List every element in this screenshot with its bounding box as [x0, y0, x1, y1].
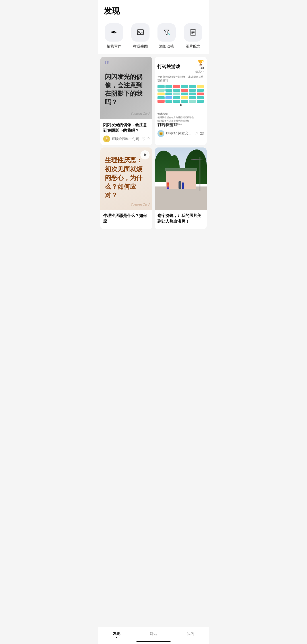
inst-text-3: 每击碎一个砖块可得10分 [157, 123, 204, 126]
card1-avatar: 🍦 [103, 136, 110, 142]
brick [181, 96, 188, 99]
card1-like-count: 0 [148, 137, 150, 141]
card4-body: 这个滤镜，让我的照片美到让人热血沸腾！ [155, 210, 207, 229]
brick-row-5 [157, 100, 204, 103]
brick-row-2 [157, 89, 204, 92]
home-indicator [136, 641, 171, 642]
nav-dialog[interactable]: 对话 [135, 631, 172, 638]
brick [197, 96, 204, 99]
card1-body: 闪闪发光的偶像，会注意到在阴影下的我吗？ 🍦 可以给我吃一勺吗 0 [100, 119, 152, 145]
card3-image-text: 生理性厌恶：初次见面就烦闷恶心，为什么？如何应对？ [105, 156, 148, 200]
card4-image [155, 147, 207, 210]
brick [173, 85, 180, 88]
card2-header: 打砖块游戏 🏆 30 最高分 [157, 60, 204, 74]
card2-game-title: 打砖块游戏 [157, 64, 180, 70]
nav-mine[interactable]: 我的 [172, 631, 209, 638]
brick-row-3 [157, 93, 204, 95]
brick [157, 100, 165, 103]
brick [189, 89, 196, 92]
brick [197, 100, 204, 103]
nav-discover[interactable]: 发现 [98, 631, 135, 638]
brick [181, 85, 188, 88]
brick [189, 96, 196, 99]
person-2 [182, 182, 184, 189]
card1-image-text: 闪闪发光的偶像，会注意到在阴影下的我吗？ [105, 73, 148, 106]
card2-avatar: 🐱 [157, 130, 164, 137]
brick [181, 89, 188, 92]
brick-grid [157, 84, 204, 108]
vending-machine [167, 182, 169, 189]
inst-text-2: 触摸设备可以直接滑动控制挡板 [157, 119, 204, 123]
card4-title: 这个滤镜，让我的照片美到让人热血沸腾！ [157, 213, 204, 224]
card-brick-game[interactable]: 打砖块游戏 🏆 30 最高分 使用鼠标或触摸控制挡板，击碎所有砖块获得胜利！ [155, 57, 207, 145]
card3-watermark: Yuewen Card [131, 203, 150, 206]
brick [197, 85, 204, 88]
brick [173, 100, 180, 103]
card3-title: 牛理性厌恶是什么？如何应 [103, 213, 150, 224]
card2-instructions: 游戏说明： 使用鼠标或左右方向键控制挡板移动 触摸设备可以直接滑动控制挡板 每击… [157, 111, 204, 126]
card1-watermark: Yuewen Card [131, 112, 150, 115]
card3-image: " 生理性厌恶：初次见面就烦闷恶心，为什么？如何应对？ Yuewen Card [100, 147, 152, 210]
quote-icon: " [104, 60, 109, 70]
card1-likes[interactable]: 0 [142, 137, 150, 141]
brick [197, 89, 204, 92]
filter-label: 添加滤镜 [159, 44, 174, 49]
quick-actions-bar: ✒ 帮我写作 帮我生图 添加滤镜 [98, 19, 209, 54]
play-icon [144, 153, 147, 157]
ball-row [157, 104, 204, 106]
brick [173, 96, 180, 99]
card2-desc: 使用鼠标或触摸控制挡板，击碎所有砖块获得胜利！ [157, 75, 204, 82]
play-button[interactable] [140, 150, 150, 159]
brick-row-4 [157, 96, 204, 99]
card2-likes[interactable]: 23 [194, 131, 204, 136]
nav-mine-label: 我的 [187, 631, 194, 636]
card3-body: 牛理性厌恶是什么？如何应 [100, 210, 152, 229]
brick [165, 96, 173, 99]
heart-icon [194, 131, 199, 136]
card2-author-name: Bugcat 保佑没… [166, 131, 191, 136]
brick [181, 100, 188, 103]
page-header: 发现 [98, 0, 209, 19]
brick [189, 93, 196, 95]
card2-image: 打砖块游戏 🏆 30 最高分 使用鼠标或触摸控制挡板，击碎所有砖块获得胜利！ [155, 57, 207, 119]
action-write[interactable]: ✒ 帮我写作 [105, 23, 123, 49]
heart-icon [142, 137, 146, 141]
card2-score: 30 [200, 66, 204, 70]
write-label: 帮我写作 [107, 44, 121, 49]
card1-author-name: 可以给我吃一勺吗 [112, 137, 139, 141]
image-icon [131, 23, 150, 42]
card2-score-label: 最高分 [195, 70, 204, 74]
page-title: 发现 [104, 6, 203, 17]
brick [189, 85, 196, 88]
electric-pole [200, 157, 200, 191]
brick [165, 93, 173, 95]
brick [197, 93, 204, 95]
card-disgust[interactable]: " 生理性厌恶：初次见面就烦闷恶心，为什么？如何应对？ Yuewen Card … [100, 147, 152, 229]
image-label: 帮我生图 [133, 44, 148, 49]
brick [165, 89, 173, 92]
brick [157, 96, 165, 99]
card1-title: 闪闪发光的偶像，会注意到在阴影下的我吗？ [103, 122, 150, 133]
action-filter[interactable]: 添加滤镜 [157, 23, 176, 49]
card2-meta: 🐱 Bugcat 保佑没… 23 [157, 130, 204, 137]
action-image[interactable]: 帮我生图 [131, 23, 150, 49]
action-caption[interactable]: 图片配文 [184, 23, 202, 49]
card2-author: 🐱 Bugcat 保佑没… [157, 130, 191, 137]
caption-label: 图片配文 [186, 44, 200, 49]
brick [165, 100, 173, 103]
brick [181, 93, 188, 95]
inst-text-1: 使用鼠标或左右方向键控制挡板移动 [157, 116, 204, 119]
brick-row-1 [157, 85, 204, 88]
nav-discover-label: 发现 [113, 631, 120, 636]
card-idol[interactable]: " 闪闪发光的偶像，会注意到在阴影下的我吗？ Yuewen Card 闪闪发光的… [100, 57, 152, 145]
filter-icon [157, 23, 176, 42]
write-icon: ✒ [105, 23, 123, 42]
content-grid: " 闪闪发光的偶像，会注意到在阴影下的我吗？ Yuewen Card 闪闪发光的… [98, 54, 209, 231]
brick [173, 93, 180, 95]
brick [173, 89, 180, 92]
svg-rect-0 [137, 30, 144, 34]
card-photo-filter[interactable]: 这个滤镜，让我的照片美到让人热血沸腾！ [155, 147, 207, 229]
building-roof [165, 168, 197, 171]
nav-dialog-label: 对话 [150, 631, 157, 636]
brick [157, 89, 165, 92]
